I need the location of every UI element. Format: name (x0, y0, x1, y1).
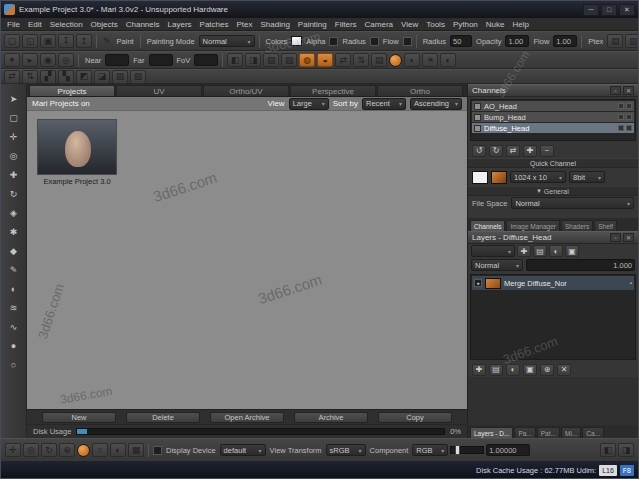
shadows-button[interactable]: ◐ (440, 53, 456, 67)
color-managed-checkbox[interactable] (153, 446, 162, 455)
rotate-tool[interactable]: ↻ (5, 186, 23, 201)
cache-icon[interactable] (618, 125, 624, 131)
shatter-tool[interactable]: ◆ (5, 243, 23, 258)
component-select[interactable]: RGB ▾ (412, 444, 448, 456)
gain-slider-knob[interactable] (455, 445, 460, 455)
close-palette-button[interactable]: ✕ (623, 86, 634, 95)
maximize-button[interactable]: □ (601, 4, 617, 16)
projection-edge-button[interactable]: ▨ (281, 53, 297, 67)
far-input[interactable] (149, 54, 173, 66)
visibility-icon[interactable] (626, 125, 632, 131)
visibility-icon[interactable] (626, 114, 632, 120)
layers-palette-header[interactable]: Layers - Diffuse_Head ▫ ✕ (468, 231, 638, 244)
projection-mask-button[interactable]: ▧ (263, 53, 279, 67)
mirror-diag-button[interactable]: ▞ (40, 70, 56, 84)
tab-channels[interactable]: Channels (470, 220, 505, 231)
add-mask-button[interactable]: ▣ (565, 245, 579, 257)
lighting-sphere-button[interactable] (77, 444, 90, 457)
color-swatch-gradient[interactable] (491, 171, 507, 184)
ptex-fill-button[interactable]: ▥ (625, 34, 639, 48)
wireframe-button[interactable]: ▦ (128, 443, 144, 457)
patch-view-button[interactable]: ▤ (371, 53, 387, 67)
layer-amount-input[interactable] (526, 259, 635, 271)
mirror-y-button[interactable]: ⇅ (22, 70, 38, 84)
smear-tool[interactable]: ≋ (5, 300, 23, 315)
menu-file[interactable]: File (3, 20, 24, 29)
channel-add-button[interactable]: ✚ (523, 145, 537, 157)
channel-row-ao[interactable]: AO_Head (472, 101, 634, 111)
float-palette-button[interactable]: ▫ (610, 233, 621, 242)
clone-stamp-tool[interactable]: ◐ (5, 281, 23, 296)
tab-image-manager[interactable]: Image Manager (506, 220, 560, 231)
fov-input[interactable] (194, 54, 218, 66)
channel-row-bump[interactable]: Bump_Head (472, 112, 634, 122)
cache-icon[interactable] (618, 114, 624, 120)
select-tool[interactable]: ➤ (5, 91, 23, 106)
minimize-button[interactable]: ─ (583, 4, 599, 16)
file-space-select[interactable]: Normal ▾ (511, 197, 634, 209)
channel-remove-button[interactable]: − (540, 145, 554, 157)
menu-camera[interactable]: Camera (361, 20, 397, 29)
close-button[interactable]: ✕ (619, 4, 635, 16)
add-layer-button[interactable]: ✚ (517, 245, 531, 257)
channel-sync-button[interactable]: ⇄ (506, 145, 520, 157)
channels-palette-header[interactable]: Channels ▫ ✕ (468, 84, 638, 97)
save-button[interactable]: ▣ (40, 34, 56, 48)
pin-tool[interactable]: ○ (5, 357, 23, 372)
lights-button[interactable]: ☀ (422, 53, 438, 67)
add-mask-button[interactable]: ▣ (523, 364, 537, 376)
mask-preview-button[interactable]: ▧ (112, 70, 128, 84)
tab-perspective[interactable]: Perspective (290, 85, 376, 96)
flat-lighting-button[interactable]: ○ (92, 443, 108, 457)
titlebar[interactable]: Example Project 3.0* - Mari 3.0v2 - Unsu… (1, 1, 638, 18)
menu-nuke[interactable]: Nuke (482, 20, 509, 29)
gradient-tool[interactable]: ∿ (5, 319, 23, 334)
marquee-select-tool[interactable]: ▢ (5, 110, 23, 125)
import-button[interactable]: ↧ (58, 34, 74, 48)
tab-shaders[interactable]: Shaders (561, 220, 593, 231)
channel-row-diffuse[interactable]: Diffuse_Head (472, 123, 634, 133)
alpha-checkbox[interactable] (329, 37, 338, 46)
cache-icon[interactable] (618, 103, 624, 109)
tab-ortho-uv[interactable]: Ortho/UV (203, 85, 289, 96)
sort-by-select[interactable]: Recent ▾ (362, 98, 406, 110)
paint-tool[interactable]: ✎ (5, 262, 23, 277)
focus-view-button[interactable]: ⊕ (59, 443, 75, 457)
menu-objects[interactable]: Objects (87, 20, 122, 29)
color-swatch-white[interactable] (472, 171, 488, 184)
tab-shelf[interactable]: Shelf (594, 220, 617, 231)
paint-buffer-button[interactable]: ◒ (317, 53, 333, 67)
turntable-button[interactable]: ▸ (22, 53, 38, 67)
delete-button[interactable]: Delete (126, 412, 200, 423)
add-adjustment-button[interactable]: ◐ (549, 245, 563, 257)
tab-painting[interactable]: Pa... (514, 427, 535, 438)
menu-layers[interactable]: Layers (164, 20, 196, 29)
layer-row[interactable]: ● Merge Diffuse_Nor ▪ (472, 276, 634, 290)
flow-checkbox[interactable] (403, 37, 412, 46)
tab-projects[interactable]: Projects (29, 85, 115, 96)
color-picker-sphere[interactable] (389, 54, 402, 67)
tab-patches[interactable]: Pat... (537, 427, 560, 438)
menu-edit[interactable]: Edit (24, 20, 46, 29)
open-archive-button[interactable]: Open Archive (210, 412, 284, 423)
opacity-input[interactable] (505, 35, 529, 47)
rotate-view-button[interactable]: ↻ (41, 443, 57, 457)
zoom-tool[interactable]: ◎ (5, 148, 23, 163)
close-palette-button[interactable]: ✕ (623, 233, 634, 242)
view-transform-select[interactable]: sRGB ▾ (326, 444, 366, 456)
warp-tool[interactable]: ◈ (5, 205, 23, 220)
menu-painting[interactable]: Painting (294, 20, 331, 29)
sort-order-select[interactable]: Ascending ▾ (410, 98, 462, 110)
menu-tools[interactable]: Tools (422, 20, 449, 29)
tab-camera[interactable]: Ca... (582, 427, 604, 438)
flow-input[interactable] (553, 35, 577, 47)
menu-view[interactable]: View (397, 20, 422, 29)
blend-mode-select[interactable]: Normal ▾ (471, 259, 523, 271)
lens-button[interactable]: ◎ (58, 53, 74, 67)
menu-patches[interactable]: Patches (196, 20, 233, 29)
menu-shading[interactable]: Shading (256, 20, 293, 29)
channel-size-select[interactable]: 1024 x 10 ▾ (510, 171, 566, 183)
split-view-right-button[interactable]: ◨ (618, 443, 634, 457)
float-palette-button[interactable]: ▫ (610, 86, 621, 95)
paint-through-button[interactable]: ◍ (299, 53, 315, 67)
